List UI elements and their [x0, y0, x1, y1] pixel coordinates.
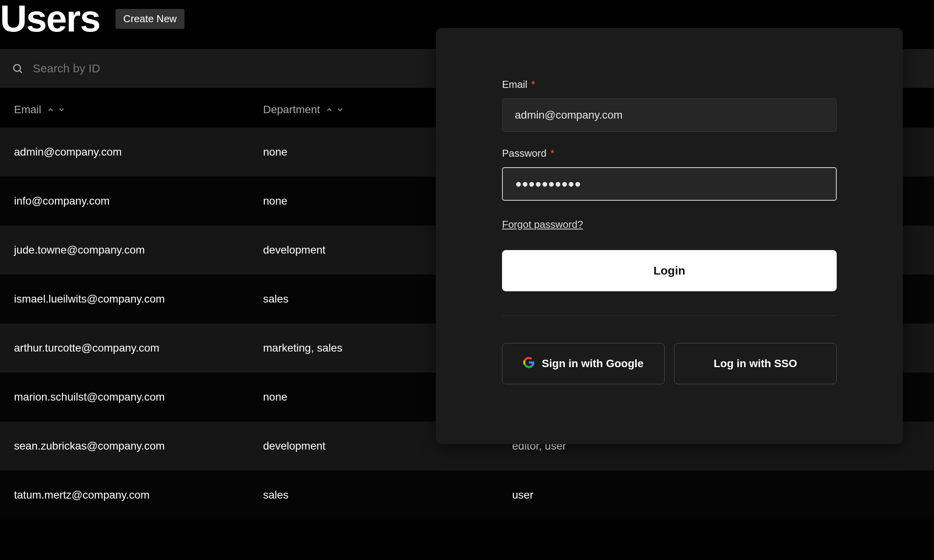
sort-asc-icon[interactable] [47, 106, 54, 114]
sort-desc-icon[interactable] [336, 106, 344, 114]
divider [502, 315, 837, 316]
forgot-password-link[interactable]: Forgot password? [502, 219, 583, 231]
search-icon [12, 63, 23, 74]
sort-desc-icon[interactable] [58, 106, 65, 114]
login-button[interactable]: Login [502, 250, 837, 291]
password-field[interactable] [502, 167, 837, 201]
column-header-department: Department [263, 103, 320, 116]
google-icon [523, 357, 535, 371]
svg-point-0 [14, 65, 21, 72]
sso-login-button[interactable]: Log in with SSO [674, 343, 837, 384]
page-title: Users [0, 0, 100, 37]
cell-email: tatum.mertz@company.com [14, 489, 263, 501]
table-row[interactable]: tatum.mertz@company.comsalesuser [0, 471, 934, 520]
google-signin-button[interactable]: Sign in with Google [502, 343, 665, 384]
email-label: Email [502, 79, 527, 91]
required-mark: * [531, 79, 535, 91]
google-signin-label: Sign in with Google [542, 357, 643, 370]
create-new-button[interactable]: Create New [116, 9, 184, 29]
cell-email: info@company.com [14, 195, 263, 207]
required-mark: * [550, 147, 554, 159]
password-label: Password [502, 147, 546, 159]
cell-email: marion.schuilst@company.com [14, 391, 263, 403]
cell-email: sean.zubrickas@company.com [14, 440, 263, 452]
cell-email: ismael.lueilwits@company.com [14, 293, 263, 305]
column-header-email: Email [14, 103, 41, 116]
email-field[interactable] [502, 98, 837, 132]
cell-email: admin@company.com [14, 146, 263, 158]
cell-email: arthur.turcotte@company.com [14, 342, 263, 354]
svg-line-1 [20, 71, 22, 73]
sort-asc-icon[interactable] [325, 106, 333, 114]
cell-department: sales [263, 489, 512, 501]
cell-email: jude.towne@company.com [14, 244, 263, 256]
login-dialog: Email * Password * Forgot password? Logi… [436, 28, 903, 444]
cell-roles: user [512, 489, 715, 501]
sso-login-label: Log in with SSO [714, 357, 797, 370]
